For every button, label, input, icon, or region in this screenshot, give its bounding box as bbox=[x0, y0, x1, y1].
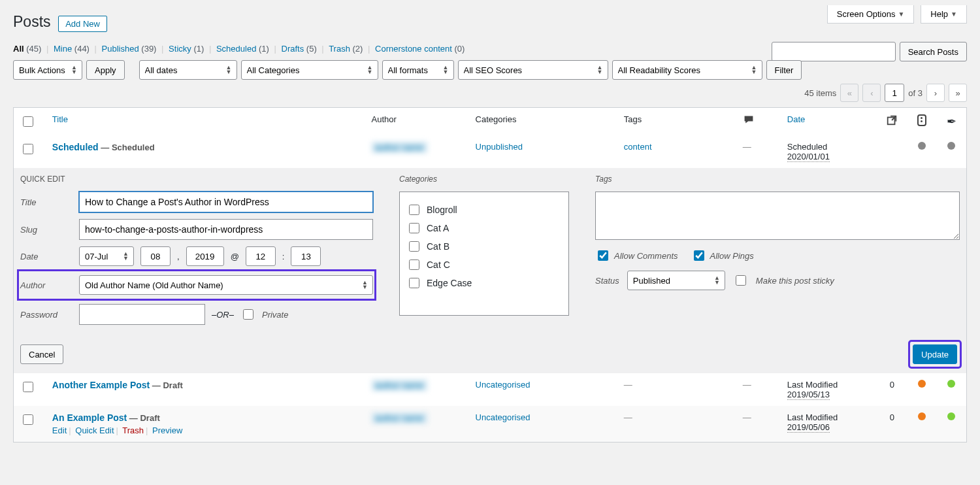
qe-status-select[interactable]: Published bbox=[627, 271, 725, 290]
col-categories: Categories bbox=[469, 108, 617, 135]
qe-password-input[interactable] bbox=[79, 304, 205, 325]
qe-update-button[interactable]: Update bbox=[913, 344, 957, 364]
col-readability bbox=[907, 108, 936, 135]
qe-month-select[interactable]: 07-Jul bbox=[79, 246, 134, 266]
page-next-button[interactable]: › bbox=[926, 84, 945, 102]
qe-tags-input[interactable] bbox=[595, 192, 960, 240]
qe-categories-heading: Categories bbox=[399, 175, 569, 184]
seo-dot bbox=[947, 380, 955, 388]
seo-dot bbox=[947, 142, 955, 150]
page-of-text: of 3 bbox=[908, 88, 923, 98]
filter-drafts[interactable]: Drafts bbox=[282, 44, 304, 54]
qe-author-label: Author bbox=[20, 280, 73, 290]
filter-scheduled[interactable]: Scheduled bbox=[216, 44, 256, 54]
table-row: An Example Post — Draft Edit| Quick Edit… bbox=[14, 406, 966, 442]
col-author: Author bbox=[365, 108, 469, 135]
search-posts-input[interactable] bbox=[772, 42, 896, 61]
feather-icon: ✒ bbox=[947, 115, 956, 128]
qe-status-label: Status bbox=[595, 276, 619, 286]
total-items: 45 items bbox=[804, 88, 836, 98]
table-row: Another Example Post — Draft author name… bbox=[14, 373, 966, 406]
qe-tags-heading: Tags bbox=[595, 175, 960, 184]
categories-select[interactable]: All Categories bbox=[241, 60, 378, 80]
category-link[interactable]: Unpublished bbox=[476, 142, 523, 152]
select-all-checkbox[interactable] bbox=[23, 116, 33, 127]
col-date[interactable]: Date bbox=[787, 114, 805, 124]
filter-button[interactable]: Filter bbox=[766, 60, 802, 80]
filter-published[interactable]: Published bbox=[102, 44, 139, 54]
qe-slug-label: Slug bbox=[20, 225, 73, 235]
bulk-actions-select[interactable]: Bulk Actions bbox=[13, 60, 82, 80]
filter-cornerstone[interactable]: Cornerstone content bbox=[375, 44, 452, 54]
col-tags: Tags bbox=[617, 108, 736, 135]
screen-options-tab[interactable]: Screen Options ▼ bbox=[827, 5, 915, 24]
qe-cat-checkbox[interactable] bbox=[409, 259, 419, 270]
readability-select[interactable]: All Readability Scores bbox=[612, 60, 762, 80]
quick-edit-heading: QUICK EDIT bbox=[20, 175, 373, 184]
dates-select[interactable]: All dates bbox=[139, 60, 237, 80]
row-action-preview[interactable]: Preview bbox=[152, 426, 182, 435]
post-title-link[interactable]: An Example Post bbox=[52, 412, 127, 423]
col-title[interactable]: Title bbox=[52, 114, 68, 124]
post-title-link[interactable]: Another Example Post bbox=[52, 380, 150, 390]
caret-down-icon: ▼ bbox=[951, 10, 957, 18]
category-link[interactable]: Uncategorised bbox=[476, 412, 531, 422]
qe-cat-checkbox[interactable] bbox=[409, 205, 419, 215]
row-action-trash[interactable]: Trash bbox=[122, 426, 144, 435]
author-link[interactable]: author name bbox=[372, 412, 427, 424]
post-title-link[interactable]: Scheduled bbox=[52, 142, 99, 152]
qe-categories-box[interactable]: Blogroll Cat A Cat B Cat C Edge Case bbox=[399, 192, 569, 316]
page-last-button[interactable]: » bbox=[949, 84, 967, 102]
qe-date-label: Date bbox=[20, 252, 73, 261]
row-action-quick-edit[interactable]: Quick Edit bbox=[75, 426, 114, 435]
qe-allow-comments-checkbox[interactable] bbox=[598, 250, 608, 261]
col-seo: ✒ bbox=[936, 108, 966, 135]
seo-dot bbox=[947, 412, 955, 420]
page-first-button[interactable]: « bbox=[840, 84, 858, 102]
qe-minute-input[interactable] bbox=[291, 246, 321, 266]
category-link[interactable]: Uncategorised bbox=[476, 380, 531, 390]
filter-all[interactable]: All bbox=[13, 44, 24, 54]
col-comments[interactable] bbox=[736, 108, 781, 135]
search-posts-button[interactable]: Search Posts bbox=[900, 42, 967, 61]
tag-link[interactable]: content bbox=[624, 142, 652, 152]
author-link[interactable]: author name bbox=[372, 380, 427, 391]
filter-mine[interactable]: Mine bbox=[54, 44, 72, 54]
qe-allow-pings-checkbox[interactable] bbox=[694, 250, 704, 261]
seo-select[interactable]: All SEO Scores bbox=[458, 60, 608, 80]
help-tab[interactable]: Help ▼ bbox=[921, 5, 967, 24]
filter-sticky[interactable]: Sticky bbox=[169, 44, 191, 54]
qe-hour-input[interactable] bbox=[246, 246, 276, 266]
qe-cat-checkbox[interactable] bbox=[409, 241, 419, 252]
col-outgoing-links bbox=[877, 108, 907, 135]
link-out-icon bbox=[886, 114, 898, 126]
qe-day-input[interactable] bbox=[140, 246, 171, 266]
qe-title-label: Title bbox=[20, 197, 73, 207]
traffic-light-icon bbox=[917, 114, 926, 126]
row-checkbox[interactable] bbox=[23, 144, 33, 154]
readability-dot bbox=[918, 380, 926, 388]
page-title: Posts bbox=[13, 13, 51, 31]
qe-cat-checkbox[interactable] bbox=[409, 278, 419, 288]
readability-dot bbox=[918, 142, 926, 150]
formats-select[interactable]: All formats bbox=[382, 60, 454, 80]
comment-icon bbox=[743, 114, 755, 125]
qe-cat-checkbox[interactable] bbox=[409, 223, 419, 233]
table-row: Scheduled — Scheduled author name Unpubl… bbox=[14, 135, 966, 168]
qe-author-select[interactable]: Old Author Name (Old Author Name) bbox=[79, 275, 373, 295]
apply-button[interactable]: Apply bbox=[86, 60, 125, 80]
row-action-edit[interactable]: Edit bbox=[52, 426, 67, 435]
author-link[interactable]: author name bbox=[372, 142, 427, 153]
row-checkbox[interactable] bbox=[23, 414, 33, 425]
row-checkbox[interactable] bbox=[23, 382, 33, 392]
qe-cancel-button[interactable]: Cancel bbox=[20, 344, 63, 364]
qe-slug-input[interactable] bbox=[79, 219, 373, 240]
page-prev-button[interactable]: ‹ bbox=[862, 84, 881, 102]
qe-year-input[interactable] bbox=[186, 246, 224, 266]
add-new-button[interactable]: Add New bbox=[58, 16, 107, 32]
qe-title-input[interactable] bbox=[79, 192, 373, 212]
qe-sticky-checkbox[interactable] bbox=[736, 275, 746, 286]
qe-private-checkbox[interactable] bbox=[243, 309, 253, 320]
current-page-input[interactable] bbox=[885, 84, 904, 102]
filter-trash[interactable]: Trash bbox=[329, 44, 350, 54]
